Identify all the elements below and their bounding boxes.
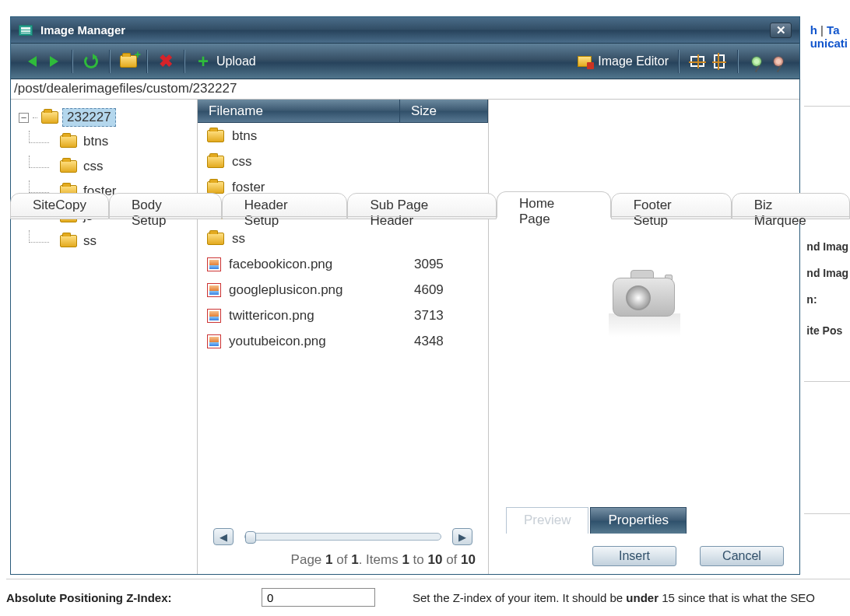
upload-button[interactable]: + (195, 53, 212, 70)
tab-properties[interactable]: Properties (590, 507, 686, 534)
cancel-button[interactable]: Cancel (700, 546, 784, 566)
scroll-left-button[interactable]: ◀ (213, 528, 234, 545)
preview-body (489, 100, 799, 507)
app-icon (19, 25, 33, 36)
column-size[interactable]: Size (400, 100, 488, 122)
zoom-in-icon (752, 57, 761, 66)
separator (72, 50, 73, 73)
image-manager-dialog: Image Manager ✕ + ✖ + Upload Image Edito… (10, 16, 800, 575)
separator-rule (6, 579, 850, 579)
main-area: − 232227 btnscssfosterjsss Filename Size… (11, 100, 799, 574)
page-tab-home-page[interactable]: Home Page (497, 191, 611, 218)
file-name: css (232, 154, 409, 170)
path-bar[interactable]: /post/dealerimagefiles/custom/232227 (11, 79, 799, 100)
separator (146, 50, 148, 73)
zoom-out-button[interactable] (770, 53, 787, 70)
refresh-button[interactable] (83, 53, 100, 70)
fit-height-button[interactable] (711, 53, 728, 70)
folder-icon (60, 160, 77, 173)
collapse-icon[interactable]: − (19, 113, 29, 123)
file-list-header: Filename Size (198, 100, 488, 123)
dialog-buttons: Insert Cancel (489, 534, 799, 574)
arrow-left-icon (28, 56, 37, 67)
image-editor-button[interactable] (576, 53, 593, 70)
scroll-right-button[interactable]: ▶ (452, 528, 472, 545)
preview-tabs: Preview Properties (489, 507, 799, 534)
page-tab-sub-page-header[interactable]: Sub Page Header (347, 193, 497, 219)
zindex-help: Set the Z-index of your item. It should … (413, 591, 815, 604)
file-row[interactable]: youtubeicon.png4348 (198, 328, 488, 354)
separator (109, 50, 111, 73)
toolbar: + ✖ + Upload Image Editor (11, 44, 799, 79)
scroll-thumb[interactable] (245, 531, 256, 544)
zoom-out-icon (774, 57, 783, 66)
upload-label[interactable]: Upload (216, 54, 256, 68)
image-file-icon (207, 257, 221, 271)
background-links: h | Ta unicati (810, 23, 848, 50)
page-tab-body-setup[interactable]: Body Setup (109, 193, 222, 219)
forward-button[interactable] (45, 53, 62, 70)
back-button[interactable] (23, 53, 40, 70)
image-file-icon (207, 334, 221, 348)
file-name: btns (232, 128, 409, 144)
tree-node-label: css (83, 159, 104, 174)
file-row[interactable]: googleplusicon.png4609 (198, 277, 488, 303)
file-name: googleplusicon.png (229, 282, 406, 298)
zoom-in-button[interactable] (748, 53, 765, 70)
background-side-labels: nd Imag nd Imag n: ite Pos (806, 233, 848, 344)
bg-rule (804, 381, 850, 382)
tree-node-btns[interactable]: btns (12, 129, 195, 154)
plus-icon: + (198, 52, 209, 71)
arrow-right-icon (50, 56, 58, 67)
file-list: btnscssfosterjsssfacebookicon.png3095goo… (198, 123, 488, 523)
plus-badge-icon: + (135, 48, 141, 61)
fit-height-icon (714, 54, 725, 68)
tree-node-css[interactable]: css (12, 154, 195, 179)
tree-node-ss[interactable]: ss (12, 229, 195, 254)
bg-rule (804, 106, 850, 107)
page-tab-header-setup[interactable]: Header Setup (222, 193, 348, 219)
delete-button[interactable]: ✖ (157, 53, 174, 70)
file-row[interactable]: facebookicon.png3095 (198, 251, 488, 277)
file-row[interactable]: btns (198, 123, 488, 149)
insert-button[interactable]: Insert (592, 546, 676, 566)
close-button[interactable]: ✕ (770, 23, 792, 38)
folder-icon (60, 135, 77, 148)
tab-preview[interactable]: Preview (506, 507, 588, 534)
image-editor-icon (578, 56, 592, 67)
fit-width-icon (690, 56, 704, 67)
zindex-input[interactable] (262, 588, 375, 607)
column-filename[interactable]: Filename (198, 100, 400, 122)
file-name: facebookicon.png (229, 257, 406, 272)
tree-root-node[interactable]: − 232227 (12, 106, 195, 129)
separator (678, 50, 680, 73)
image-file-icon (207, 309, 221, 323)
page-tab-footer-setup[interactable]: Footer Setup (611, 193, 732, 219)
page-tab-biz-marquee[interactable]: Biz Marquee (732, 193, 850, 219)
file-row[interactable]: css (198, 149, 488, 174)
folder-icon (60, 235, 77, 247)
file-row[interactable]: twittericon.png3713 (198, 303, 488, 328)
tree-node-label: ss (83, 233, 97, 249)
image-file-icon (207, 283, 221, 297)
folder-tree: − 232227 btnscssfosterjsss (11, 100, 198, 574)
scroll-track[interactable] (244, 533, 441, 541)
folder-icon (207, 130, 224, 142)
no-image-icon (609, 270, 680, 317)
horizontal-scrollbar[interactable]: ◀ ▶ (198, 523, 488, 551)
file-name: youtubeicon.png (229, 334, 406, 349)
image-editor-label[interactable]: Image Editor (598, 54, 669, 68)
x-icon: ✖ (159, 53, 173, 70)
file-size: 3713 (414, 308, 444, 324)
folder-icon (207, 233, 224, 245)
refresh-icon (84, 54, 98, 68)
folder-icon (41, 111, 58, 124)
titlebar[interactable]: Image Manager ✕ (11, 17, 799, 44)
new-folder-button[interactable]: + (120, 53, 137, 70)
paging-status: Page 1 of 1. Items 1 to 10 of 10 (198, 551, 488, 574)
page-tab-sitecopy[interactable]: SiteCopy (10, 193, 109, 219)
file-row[interactable]: ss (198, 226, 488, 251)
fit-width-button[interactable] (689, 53, 706, 70)
tree-node-label: btns (83, 134, 108, 149)
file-name: ss (232, 231, 409, 247)
